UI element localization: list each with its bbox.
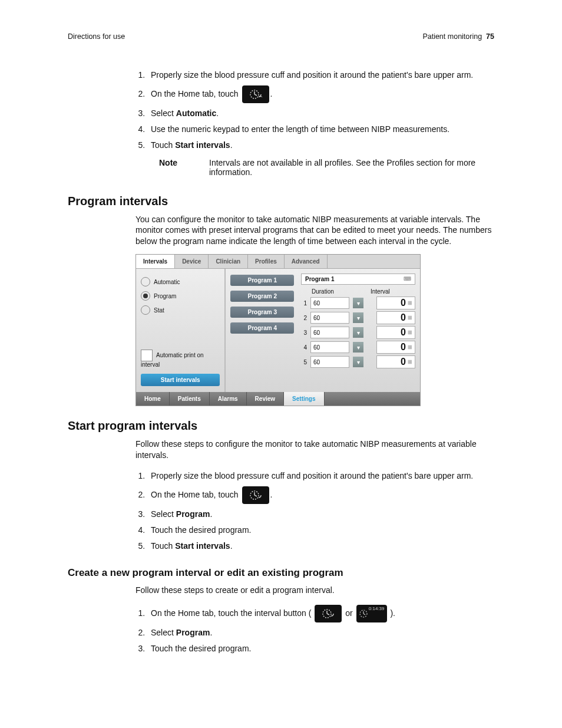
- interval-field[interactable]: 0▦: [376, 326, 415, 339]
- chevron-down-icon[interactable]: ▾: [353, 327, 363, 338]
- keyboard-icon: ⌨: [404, 276, 411, 282]
- interval-icon: [242, 486, 269, 504]
- tab-home[interactable]: Home: [136, 392, 170, 406]
- duration-field[interactable]: 60: [310, 312, 349, 324]
- page-header: Directions for use Patient monitoring 75: [68, 32, 494, 41]
- heading-start-program-intervals: Start program intervals: [68, 419, 494, 433]
- list-item: On the Home tab, touch .: [147, 484, 494, 506]
- tab-device[interactable]: Device: [175, 255, 209, 268]
- keypad-icon: ▦: [408, 361, 412, 364]
- program-name-field[interactable]: Program 1 ⌨: [301, 274, 415, 285]
- tab-clinician[interactable]: Clinician: [209, 255, 248, 268]
- list-item: Properly size the blood pressure cuff an…: [147, 67, 494, 83]
- list-item: On the Home tab, touch .: [147, 83, 494, 106]
- interval-row: 360▾0▦: [301, 326, 415, 339]
- interval-field[interactable]: 0▦: [376, 341, 415, 354]
- tab-review[interactable]: Review: [247, 392, 284, 406]
- list-item: Touch Start intervals.: [147, 538, 494, 554]
- interval-row: 560▾0▦: [301, 355, 415, 368]
- interval-field[interactable]: 0▦: [376, 297, 415, 309]
- program-4-button[interactable]: Program 4: [230, 322, 294, 334]
- interval-timer-icon: 0:14:39: [356, 605, 387, 622]
- duration-field[interactable]: 60: [310, 297, 349, 309]
- chevron-down-icon[interactable]: ▾: [353, 357, 363, 367]
- list-item: Select Automatic.: [147, 106, 494, 121]
- list-item: Select Program.: [147, 625, 494, 641]
- paragraph: You can configure the monitor to take au…: [135, 214, 494, 248]
- duration-field[interactable]: 60: [310, 341, 349, 353]
- mode-stat[interactable]: Stat: [141, 303, 220, 317]
- heading-create-edit-program: Create a new program interval or edit an…: [68, 567, 494, 579]
- tab-alarms[interactable]: Alarms: [210, 392, 247, 406]
- interval-field[interactable]: 0▦: [376, 355, 415, 368]
- paragraph: Follow these steps to configure the moni…: [135, 439, 494, 461]
- program-2-button[interactable]: Program 2: [230, 291, 294, 302]
- chevron-down-icon[interactable]: ▾: [353, 298, 363, 308]
- list-item: Properly size the blood pressure cuff an…: [147, 468, 494, 484]
- list-item: On the Home tab, touch the interval butt…: [147, 602, 494, 625]
- interval-row: 160▾0▦: [301, 297, 415, 309]
- keypad-icon: ▦: [408, 302, 412, 305]
- list-item: Touch the desired program.: [147, 641, 494, 657]
- note: Note Intervals are not available in all …: [159, 158, 494, 177]
- list-item: Select Program.: [147, 506, 494, 522]
- interval-row: 460▾0▦: [301, 341, 415, 354]
- steps-list-2: Properly size the blood pressure cuff an…: [135, 468, 494, 554]
- chevron-down-icon[interactable]: ▾: [353, 342, 363, 353]
- mode-program[interactable]: Program: [141, 289, 220, 303]
- bottom-tabs: Home Patients Alarms Review Settings: [136, 392, 420, 406]
- top-tabs: Intervals Device Clinician Profiles Adva…: [136, 255, 420, 269]
- keypad-icon: ▦: [408, 331, 412, 334]
- tab-profiles[interactable]: Profiles: [248, 255, 285, 268]
- interval-icon: [315, 605, 342, 622]
- mode-automatic[interactable]: Automatic: [141, 275, 220, 289]
- list-item: Use the numeric keypad to enter the leng…: [147, 121, 494, 137]
- device-screenshot: Intervals Device Clinician Profiles Adva…: [135, 254, 421, 406]
- program-list: Program 1 Program 2 Program 3 Program 4: [226, 269, 299, 392]
- program-1-button[interactable]: Program 1: [230, 275, 294, 286]
- list-item: Touch the desired program.: [147, 522, 494, 538]
- steps-list-1: Properly size the blood pressure cuff an…: [135, 67, 494, 153]
- tab-settings[interactable]: Settings: [284, 392, 324, 406]
- program-3-button[interactable]: Program 3: [230, 307, 294, 318]
- keypad-icon: ▦: [408, 317, 412, 319]
- interval-icon: [242, 85, 269, 103]
- tab-advanced[interactable]: Advanced: [285, 255, 328, 268]
- steps-list-3: On the Home tab, touch the interval butt…: [135, 602, 494, 657]
- interval-row: 260▾0▦: [301, 311, 415, 324]
- mode-pane: Automatic Program Stat Automatic print o…: [136, 269, 226, 392]
- program-detail: Program 1 ⌨ Duration Interval 160▾0▦260▾…: [299, 269, 420, 392]
- tab-intervals[interactable]: Intervals: [136, 255, 175, 268]
- chevron-down-icon[interactable]: ▾: [353, 312, 363, 323]
- paragraph: Follow these steps to create or edit a p…: [135, 585, 494, 596]
- duration-field[interactable]: 60: [310, 356, 349, 368]
- tab-patients[interactable]: Patients: [170, 392, 210, 406]
- heading-program-intervals: Program intervals: [68, 195, 494, 208]
- keypad-icon: ▦: [408, 346, 412, 349]
- auto-print-checkbox[interactable]: Automatic print on interval: [141, 350, 220, 368]
- list-item: Touch Start intervals.: [147, 137, 494, 153]
- duration-field[interactable]: 60: [310, 327, 349, 338]
- start-intervals-button[interactable]: Start intervals: [141, 374, 220, 386]
- header-right: Patient monitoring 75: [422, 32, 494, 41]
- header-left: Directions for use: [68, 32, 125, 41]
- interval-field[interactable]: 0▦: [376, 311, 415, 324]
